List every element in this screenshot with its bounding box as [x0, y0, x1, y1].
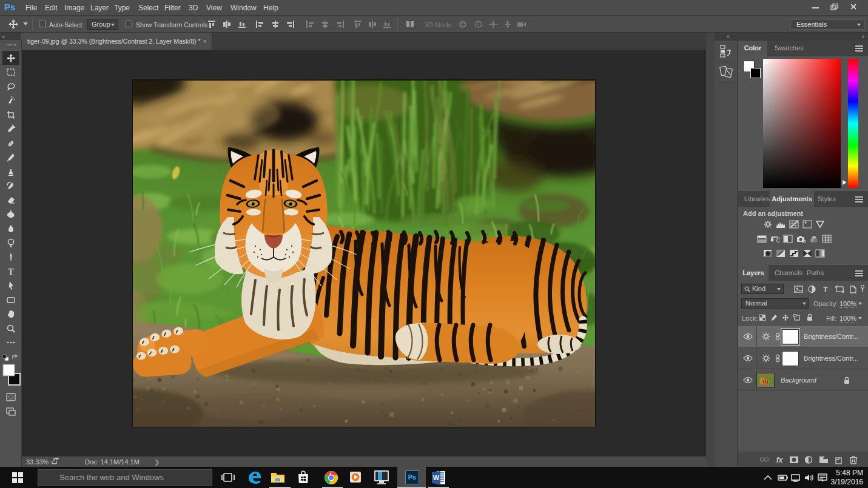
svg-text:T: T [823, 286, 828, 293]
svg-text:T: T [8, 267, 14, 276]
svg-text:fx: fx [776, 456, 784, 464]
svg-text:W: W [433, 474, 440, 481]
